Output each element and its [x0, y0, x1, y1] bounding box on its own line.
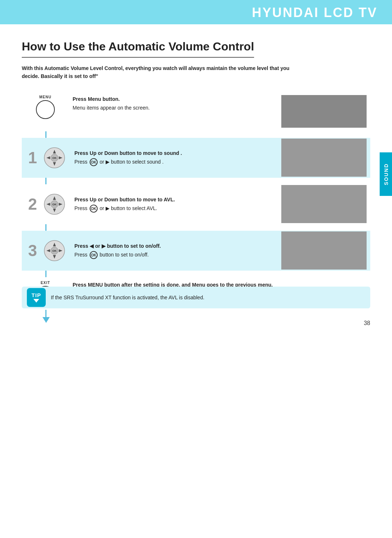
svg-text:OK: OK: [52, 249, 57, 252]
step1-row: 1 OK: [22, 138, 370, 178]
step2-row: 2 OK Press Up or Down button to move to …: [22, 184, 370, 224]
tip-triangle-icon: [33, 299, 39, 303]
page-number: 38: [364, 320, 370, 327]
step1-line1: Press Up or Down button to move to sound…: [74, 150, 182, 156]
vbar-1: [45, 131, 46, 138]
step2-desc: Press Up or Down button to move to AVL. …: [69, 196, 281, 213]
arrow-head: [42, 317, 50, 323]
sidebar-tab: SOUND: [380, 152, 392, 196]
step1-icon-col: OK: [40, 147, 69, 169]
step3-num-col: 3: [22, 242, 40, 260]
ok-badge-3: OK: [90, 251, 98, 259]
step1-screen: [281, 139, 367, 177]
tip-badge-text: TIP: [32, 292, 41, 298]
tip-text: If the SRS TruSurround XT function is ac…: [51, 295, 204, 300]
step2-number: 2: [28, 195, 37, 213]
step3-row: 3 OK Press ◀ or ▶ button to set to on/of…: [22, 231, 370, 271]
vbar-4: [45, 271, 46, 277]
step1-line2: Press OK or ▶ button to select sound .: [74, 158, 281, 167]
connector-3: [22, 224, 370, 231]
menu-line2: Menu items appear on the screen.: [73, 104, 281, 112]
header-bar: HYUNDAI LCD TV: [0, 0, 392, 25]
step1-num-col: 1: [22, 149, 40, 167]
step2-dpad-icon: OK: [44, 193, 65, 215]
arrow-down-area: [45, 310, 370, 323]
connector-1: [22, 131, 370, 138]
menu-line1: Press Menu button.: [73, 96, 120, 102]
arrow-stem: [45, 310, 46, 317]
step1-desc: Press Up or Down button to move to sound…: [69, 149, 281, 167]
step3-dpad-icon: OK: [44, 240, 65, 262]
tip-badge: TIP: [27, 288, 46, 307]
sidebar-tab-label: SOUND: [383, 163, 389, 185]
menu-icon-col: MENU: [22, 95, 69, 119]
intro-text: With this Automatic Volume Level Control…: [22, 64, 294, 81]
menu-btn-circle: [36, 100, 55, 119]
step2-icon-col: OK: [40, 193, 69, 215]
connector-4: [22, 271, 370, 277]
step3-desc: Press ◀ or ▶ button to set to on/off. Pr…: [69, 242, 281, 259]
page-title: How to Use the Automatic Volume Control: [22, 40, 254, 58]
step3-line1: Press ◀ or ▶ button to set to on/off.: [74, 243, 161, 249]
step3-screen: [281, 231, 367, 270]
svg-text:OK: OK: [52, 156, 57, 160]
step2-line2: Press OK or ▶ button to select AVL.: [74, 204, 281, 213]
tip-box: TIP If the SRS TruSurround XT function i…: [22, 287, 370, 308]
vbar-3: [45, 224, 46, 231]
main-content: How to Use the Automatic Volume Control …: [0, 25, 392, 337]
exit-btn-label: EXIT: [41, 281, 50, 285]
menu-step-row: MENU Press Menu button. Menu items appea…: [22, 91, 370, 131]
svg-text:OK: OK: [52, 203, 57, 206]
menu-step-desc: Press Menu button. Menu items appear on …: [69, 95, 281, 112]
vbar-2: [45, 178, 46, 184]
step3-number: 3: [28, 242, 37, 260]
step3-line2: Press OK button to set to on/off.: [74, 251, 281, 259]
menu-screen: [281, 95, 367, 128]
ok-badge-1: OK: [90, 158, 98, 166]
connector-2: [22, 178, 370, 184]
menu-btn-label: MENU: [39, 95, 51, 99]
step3-icon-col: OK: [40, 240, 69, 262]
step2-screen: [281, 185, 367, 223]
step2-num-col: 2: [22, 195, 40, 213]
step1-number: 1: [28, 149, 37, 167]
step2-line1: Press Up or Down button to move to AVL.: [74, 197, 175, 202]
ok-badge-2: OK: [90, 205, 98, 213]
step1-dpad-icon: OK: [44, 147, 65, 169]
header-title: HYUNDAI LCD TV: [252, 5, 377, 20]
